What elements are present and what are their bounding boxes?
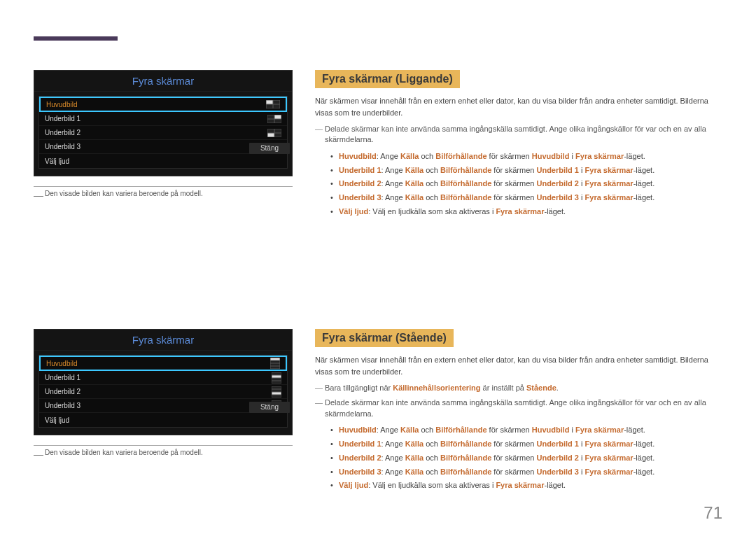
figure-footnote: ―Den visade bilden kan variera beroende … — [34, 449, 300, 460]
note-text: Delade skärmar kan inte använda samma in… — [325, 124, 722, 146]
list-item: Välj ljud: Välj en ljudkälla som ska akt… — [330, 205, 722, 219]
osd-item-underbild2[interactable]: Underbild 2 — [39, 385, 287, 399]
layout-icon — [272, 386, 281, 398]
list-item: Underbild 3: Ange Källa och Bilförhållan… — [330, 191, 722, 205]
osd-panel: Fyra skärmar Huvudbild Underbild 1 Under… — [34, 70, 293, 176]
list-item: Huvudbild: Ange Källa och Bilförhållande… — [330, 423, 722, 437]
layout-icon — [270, 358, 280, 369]
osd-title: Fyra skärmar — [34, 330, 292, 351]
osd-portrait-figure: Fyra skärmar Huvudbild Underbild 1 Under… — [34, 329, 300, 460]
list-item: Välj ljud: Välj en ljudkälla som ska akt… — [330, 479, 722, 493]
osd-item-label: Huvudbild — [46, 101, 77, 108]
layout-icon — [272, 372, 281, 384]
osd-item-label: Underbild 3 — [45, 402, 80, 409]
osd-item-valj-ljud[interactable]: Välj ljud — [39, 154, 287, 168]
layout-icon — [267, 129, 281, 137]
divider — [34, 445, 293, 446]
list-item: Underbild 3: Ange Källa och Bilförhållan… — [330, 465, 722, 479]
list-item: Huvudbild: Ange Källa och Bilförhållande… — [330, 150, 722, 164]
close-button[interactable]: Stäng — [249, 402, 290, 413]
divider — [34, 186, 293, 187]
osd-item-underbild1[interactable]: Underbild 1 — [39, 371, 287, 385]
osd-item-underbild2[interactable]: Underbild 2 — [39, 126, 287, 140]
list-item: Underbild 1: Ange Källa och Bilförhållan… — [330, 164, 722, 178]
layout-icon — [267, 115, 281, 123]
osd-panel: Fyra skärmar Huvudbild Underbild 1 Under… — [34, 329, 293, 435]
section-portrait: Fyra skärmar (Stående) När skärmen visar… — [315, 329, 722, 493]
osd-item-label: Underbild 1 — [45, 115, 80, 122]
list-item: Underbild 1: Ange Källa och Bilförhållan… — [330, 437, 722, 451]
osd-item-label: Underbild 3 — [45, 143, 80, 150]
intro-text: När skärmen visar innehåll från en exter… — [315, 95, 722, 118]
list-item: Underbild 2: Ange Källa och Bilförhållan… — [330, 451, 722, 465]
osd-item-valj-ljud[interactable]: Välj ljud — [39, 413, 287, 427]
osd-item-huvudbild[interactable]: Huvudbild — [39, 356, 287, 371]
heading-landscape: Fyra skärmar (Liggande) — [315, 70, 460, 88]
osd-item-label: Underbild 2 — [45, 388, 80, 395]
osd-menu-list: Huvudbild Underbild 1 Underbild 2 Underb… — [38, 355, 288, 428]
list-item: Underbild 2: Ange Källa och Bilförhållan… — [330, 177, 722, 191]
osd-item-label: Underbild 2 — [45, 129, 80, 136]
osd-item-label: Välj ljud — [45, 157, 69, 165]
osd-item-underbild1[interactable]: Underbild 1 — [39, 112, 287, 126]
section-landscape: Fyra skärmar (Liggande) När skärmen visa… — [315, 70, 722, 219]
osd-item-label: Välj ljud — [45, 416, 69, 424]
page-number: 71 — [704, 503, 722, 523]
figure-footnote: ―Den visade bilden kan variera beroende … — [34, 190, 300, 201]
bullet-list: Huvudbild: Ange Källa och Bilförhållande… — [330, 423, 722, 493]
note-text: Delade skärmar kan inte använda samma in… — [325, 398, 722, 419]
accent-bar — [34, 36, 118, 41]
osd-title: Fyra skärmar — [34, 71, 292, 92]
close-button[interactable]: Stäng — [249, 143, 290, 154]
layout-icon — [266, 100, 280, 108]
note-text: Bara tillgängligt när Källinnehållsorien… — [325, 383, 722, 393]
osd-item-label: Huvudbild — [46, 360, 77, 367]
bullet-list: Huvudbild: Ange Källa och Bilförhållande… — [330, 150, 722, 219]
intro-text: När skärmen visar innehåll från en exter… — [315, 354, 722, 377]
osd-menu-list: Huvudbild Underbild 1 Underbild 2 Underb… — [38, 96, 288, 169]
osd-landscape-figure: Fyra skärmar Huvudbild Underbild 1 Under… — [34, 70, 300, 201]
heading-portrait: Fyra skärmar (Stående) — [315, 329, 454, 347]
osd-item-huvudbild[interactable]: Huvudbild — [39, 97, 287, 112]
osd-item-label: Underbild 1 — [45, 374, 80, 381]
